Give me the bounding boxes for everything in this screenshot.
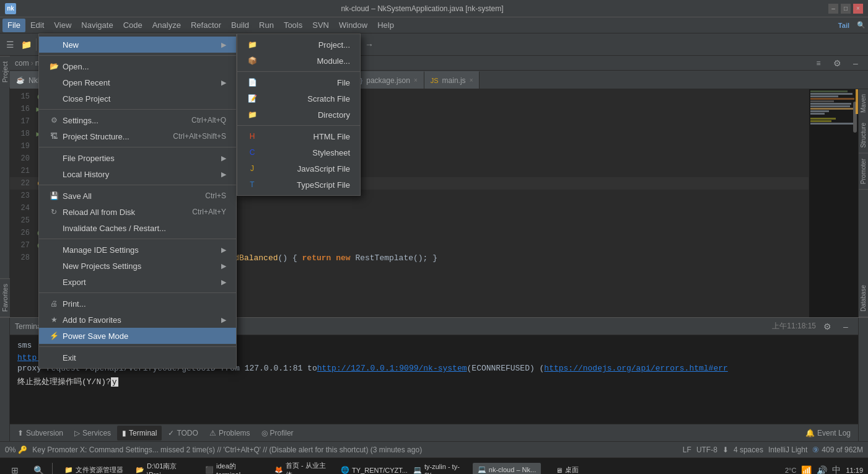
bottom-tab-subversion[interactable]: ⬆ Subversion bbox=[12, 426, 68, 441]
taskbar-tyzulin[interactable]: 💻 ty-zulin - ty-cy... bbox=[410, 463, 471, 475]
bottom-tab-services[interactable]: ▷ Services bbox=[69, 426, 116, 441]
status-encoding[interactable]: LF bbox=[683, 445, 691, 454]
tab-close-4[interactable]: × bbox=[414, 77, 418, 84]
new-sub-project[interactable]: 📁 Project... bbox=[237, 37, 360, 53]
menu-build[interactable]: Build bbox=[226, 19, 254, 32]
svn-arrow[interactable]: → bbox=[362, 37, 377, 52]
menu-item-exit[interactable]: Exit bbox=[39, 349, 236, 366]
terminal-icon: ▮ bbox=[122, 429, 126, 437]
key-promoter-msg[interactable]: 🔑 Key Promoter X: Command Settings... mi… bbox=[18, 445, 680, 454]
promoter-panel-tab[interactable]: Promoter bbox=[859, 154, 868, 190]
bc-com[interactable]: com bbox=[15, 59, 29, 68]
menu-view[interactable]: View bbox=[49, 19, 76, 32]
menu-help[interactable]: Help bbox=[372, 19, 399, 32]
menu-item-project-structure[interactable]: 🏗 Project Structure... Ctrl+Alt+Shift+S bbox=[39, 128, 236, 144]
taskbar-terminal[interactable]: ⬛ idea的terminal... bbox=[201, 463, 270, 475]
new-sub-module[interactable]: 📦 Module... bbox=[237, 53, 360, 69]
term-link-3[interactable]: https://nodejs.org/api/errors.html#err bbox=[544, 364, 727, 373]
menu-item-manage-ide[interactable]: Manage IDE Settings ▶ bbox=[39, 242, 236, 258]
tab-packagejson[interactable]: {} package.json × bbox=[352, 71, 424, 89]
new-sub-scratch[interactable]: 📝 Scratch File bbox=[237, 90, 360, 107]
menu-svn[interactable]: SVN bbox=[307, 19, 334, 32]
menu-tools[interactable]: Tools bbox=[279, 19, 307, 32]
menu-file[interactable]: File bbox=[2, 19, 25, 32]
bottom-tab-todo[interactable]: ✓ TODO bbox=[163, 426, 203, 441]
menu-item-print[interactable]: 🖨 Print... bbox=[39, 296, 236, 312]
bottom-tab-terminal[interactable]: ▮ Terminal bbox=[117, 426, 162, 441]
new-sub-ts[interactable]: T TypeScript File bbox=[237, 177, 360, 193]
term-input-line[interactable]: 终止批处理操作吗(Y/N)? y bbox=[17, 375, 851, 388]
database-panel-tab[interactable]: Database bbox=[859, 280, 868, 317]
menu-code[interactable]: Code bbox=[118, 19, 147, 32]
desktop-icon: 🖥 bbox=[556, 467, 563, 474]
menu-item-open[interactable]: 📂 Open... bbox=[39, 58, 236, 74]
status-charset[interactable]: UTF-8 bbox=[696, 445, 717, 454]
menu-refactor[interactable]: Refactor bbox=[186, 19, 226, 32]
status-indent[interactable]: 4 spaces bbox=[734, 445, 763, 454]
new-sub-file[interactable]: 📄 File bbox=[237, 74, 360, 90]
taskbar-proj[interactable]: 📂 D:\01南京\Proj... bbox=[132, 463, 200, 475]
menu-separator-4 bbox=[39, 185, 236, 185]
menu-analyze[interactable]: Analyze bbox=[147, 19, 186, 32]
tab-close-5[interactable]: × bbox=[470, 77, 473, 84]
tab-mainjs[interactable]: JS main.js × bbox=[424, 71, 480, 89]
toolbar-hamburger[interactable]: ☰ bbox=[2, 37, 17, 52]
taskbar-ime[interactable]: 中 bbox=[832, 465, 841, 475]
taskbar-clock[interactable]: 11:19 bbox=[846, 467, 863, 474]
bottom-tab-eventlog[interactable]: 🔔 Event Log bbox=[800, 426, 856, 441]
status-percent[interactable]: 0% bbox=[5, 445, 15, 454]
status-download[interactable]: ⬇ bbox=[722, 445, 729, 454]
taskbar-home[interactable]: 🦊 首页 - 从业主体... bbox=[271, 463, 339, 475]
menu-item-reload[interactable]: ↻ Reload All from Disk Ctrl+Alt+Y bbox=[39, 204, 236, 220]
taskbar-tyrent[interactable]: 🌐 TY_RENT/CYZT... bbox=[340, 463, 408, 475]
filemanager-label: 文件资源管理器 bbox=[76, 465, 123, 474]
bc-settings-button[interactable]: ⚙ bbox=[830, 56, 844, 71]
new-sub-stylesheet[interactable]: C Stylesheet bbox=[237, 144, 360, 160]
menu-item-power-save[interactable]: ⚡ Power Save Mode bbox=[39, 328, 236, 344]
menu-item-new[interactable]: New ▶ bbox=[39, 37, 236, 53]
win-search[interactable]: 🔍 bbox=[28, 463, 48, 475]
menu-window[interactable]: Window bbox=[334, 19, 372, 32]
directory-icon: 📁 bbox=[247, 110, 257, 120]
bc-indent-button[interactable]: ≡ bbox=[811, 56, 826, 71]
status-ide[interactable]: IntelliJ Light bbox=[768, 445, 807, 454]
menu-item-close-project[interactable]: Close Project bbox=[39, 90, 236, 107]
terminal-settings[interactable]: ⚙ bbox=[820, 319, 835, 334]
taskbar-desktop[interactable]: 🖥 桌面 bbox=[542, 463, 592, 475]
taskbar-nkcloud[interactable]: 💻 nk-cloud – Nk... bbox=[473, 463, 541, 475]
close-button[interactable]: × bbox=[853, 4, 863, 14]
bottom-tab-problems[interactable]: ⚠ Problems bbox=[204, 426, 255, 441]
minimize-button[interactable]: – bbox=[828, 4, 838, 14]
maven-panel-tab[interactable]: Maven bbox=[859, 89, 868, 118]
new-sub-html[interactable]: H HTML File bbox=[237, 128, 360, 144]
bc-close-button[interactable]: – bbox=[848, 56, 863, 71]
bottom-tab-profiler[interactable]: ◎ Profiler bbox=[256, 426, 299, 441]
menu-navigate[interactable]: Navigate bbox=[76, 19, 118, 32]
menu-run[interactable]: Run bbox=[254, 19, 279, 32]
term-link-2[interactable]: http://127.0.0.1:9099/nk-system bbox=[317, 364, 467, 373]
menu-item-settings[interactable]: ⚙ Settings... Ctrl+Alt+Q bbox=[39, 112, 236, 128]
toolbar-folder[interactable]: 📁 bbox=[19, 37, 33, 52]
menu-item-new-projects-settings[interactable]: New Projects Settings ▶ bbox=[39, 258, 236, 274]
menu-item-local-history[interactable]: Local History ▶ bbox=[39, 166, 236, 182]
project-tab[interactable]: Project bbox=[0, 56, 10, 87]
menu-item-export[interactable]: Export ▶ bbox=[39, 274, 236, 290]
new-sub-directory[interactable]: 📁 Directory bbox=[237, 107, 360, 123]
menu-item-open-recent[interactable]: Open Recent ▶ bbox=[39, 74, 236, 90]
new-submenu-dropdown: 📁 Project... 📦 Module... 📄 File 📝 Scratc… bbox=[237, 33, 361, 196]
taskbar-wifi[interactable]: 📶 bbox=[801, 465, 812, 475]
menu-item-add-to-favorites[interactable]: ★ Add to Favorites ▶ bbox=[39, 312, 236, 328]
maximize-button[interactable]: □ bbox=[841, 4, 851, 14]
win-start[interactable]: ⊞ bbox=[2, 463, 27, 475]
status-line-count[interactable]: ⑨ 409 of 962M bbox=[812, 445, 863, 454]
menu-item-save-all[interactable]: 💾 Save All Ctrl+S bbox=[39, 188, 236, 204]
taskbar-sound[interactable]: 🔊 bbox=[817, 465, 827, 475]
terminal-minimize[interactable]: – bbox=[838, 319, 853, 334]
taskbar-filemanager[interactable]: 📁 文件资源管理器 bbox=[56, 463, 131, 475]
new-sub-js[interactable]: J JavaScript File bbox=[237, 160, 360, 177]
structure-panel-tab[interactable]: Structure bbox=[859, 118, 868, 154]
menu-item-file-properties[interactable]: File Properties ▶ bbox=[39, 150, 236, 166]
favorites-tab[interactable]: Favorites bbox=[0, 278, 10, 317]
menu-edit[interactable]: Edit bbox=[25, 19, 49, 32]
menu-item-invalidate[interactable]: Invalidate Caches / Restart... bbox=[39, 220, 236, 236]
